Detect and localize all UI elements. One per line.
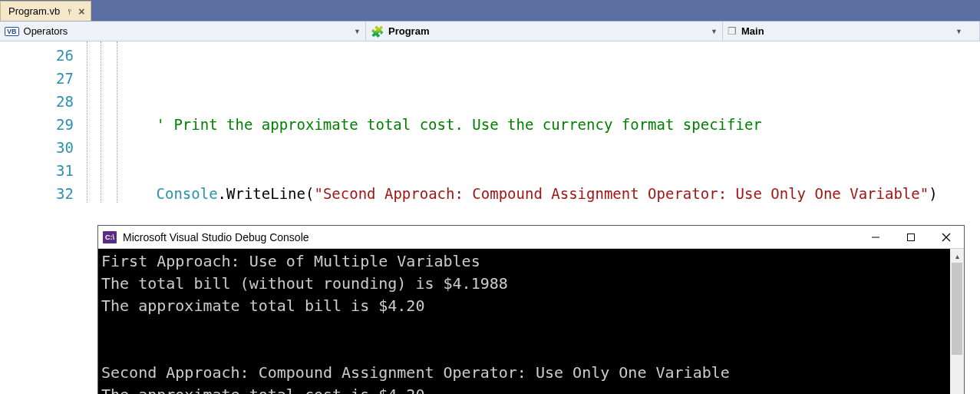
maximize-button[interactable] bbox=[893, 226, 929, 248]
code-navigation-bar: VB Operators ▼ 🧩 Program ▼ ❒ Main ▼ bbox=[0, 22, 980, 41]
nav-project-label: Operators bbox=[24, 25, 68, 37]
svg-rect-1 bbox=[908, 233, 915, 240]
console-line: The total bill (without rounding) is $4.… bbox=[101, 274, 508, 293]
console-scrollbar[interactable]: ▴ ▾ bbox=[950, 249, 964, 394]
line-number: 32 bbox=[0, 182, 74, 205]
nav-scope-type[interactable]: 🧩 Program ▼ bbox=[366, 22, 723, 41]
document-tab-strip: Program.vb ⫯ × bbox=[0, 0, 980, 22]
console-output[interactable]: First Approach: Use of Multiple Variable… bbox=[98, 249, 950, 394]
close-button[interactable] bbox=[929, 226, 964, 248]
debug-console-window: C:\ Microsoft Visual Studio Debug Consol… bbox=[97, 225, 965, 394]
chevron-down-icon: ▼ bbox=[711, 28, 718, 35]
console-line: The approximate total cost is $4.20 bbox=[101, 386, 424, 394]
line-number: 30 bbox=[0, 136, 74, 159]
chevron-down-icon: ▼ bbox=[955, 28, 962, 35]
scroll-thumb[interactable] bbox=[952, 263, 962, 355]
console-app-icon: C:\ bbox=[103, 231, 117, 243]
console-title-text: Microsoft Visual Studio Debug Console bbox=[123, 231, 858, 243]
document-tab-program-vb[interactable]: Program.vb ⫯ × bbox=[0, 1, 91, 21]
line-number: 29 bbox=[0, 113, 74, 136]
nav-member-label: Main bbox=[741, 25, 764, 37]
nav-type-label: Program bbox=[388, 25, 429, 37]
module-icon: 🧩 bbox=[371, 25, 384, 38]
nav-scope-project[interactable]: VB Operators ▼ bbox=[0, 22, 366, 41]
code-text: Console bbox=[157, 185, 218, 202]
code-text: "Second Approach: Compound Assignment Op… bbox=[314, 185, 929, 202]
tab-label: Program.vb bbox=[8, 5, 60, 17]
code-text: ' Print the approximate total cost. Use … bbox=[157, 116, 762, 133]
console-titlebar[interactable]: C:\ Microsoft Visual Studio Debug Consol… bbox=[98, 226, 964, 249]
code-editor[interactable]: 26 27 28 29 30 31 32 ' Print the approxi… bbox=[0, 41, 980, 394]
line-number: 26 bbox=[0, 44, 74, 67]
minimize-button[interactable] bbox=[858, 226, 893, 248]
nav-scope-member[interactable]: ❒ Main ▼ bbox=[723, 22, 980, 41]
method-icon: ❒ bbox=[728, 25, 737, 37]
close-icon[interactable]: × bbox=[78, 5, 84, 18]
scroll-up-icon[interactable]: ▴ bbox=[950, 249, 964, 263]
line-number-gutter: 26 27 28 29 30 31 32 bbox=[0, 41, 86, 394]
vb-icon: VB bbox=[5, 27, 19, 36]
code-text: ) bbox=[929, 185, 937, 202]
console-line: First Approach: Use of Multiple Variable… bbox=[101, 252, 480, 270]
line-number: 27 bbox=[0, 67, 74, 90]
pin-icon[interactable]: ⫯ bbox=[68, 7, 72, 16]
line-number: 31 bbox=[0, 159, 74, 182]
line-number: 28 bbox=[0, 90, 74, 113]
code-text: .WriteLine( bbox=[218, 185, 315, 202]
console-line: Second Approach: Compound Assignment Ope… bbox=[101, 363, 730, 382]
chevron-down-icon: ▼ bbox=[354, 28, 361, 35]
console-line: The approximate total bill is $4.20 bbox=[101, 296, 424, 315]
